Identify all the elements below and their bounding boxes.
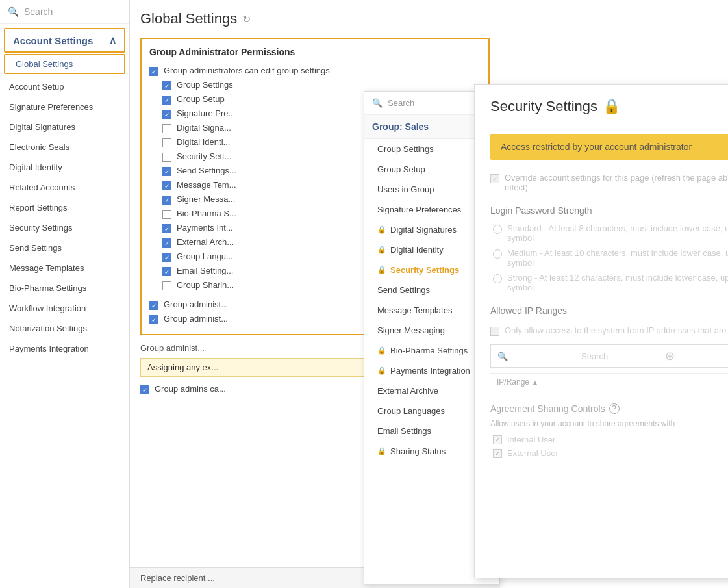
search-icon: 🔍 (497, 352, 576, 361)
can-edit-group-settings-row[interactable]: Group administrators can edit group sett… (149, 64, 481, 78)
group-languages-menu-label: Group Languages (377, 406, 445, 416)
sidebar-item-payments-integration[interactable]: Payments Integration (0, 339, 129, 359)
email-setting-checkbox[interactable] (162, 267, 171, 276)
help-icon[interactable]: ? (609, 403, 620, 414)
sidebar-item-electronic-seals[interactable]: Electronic Seals (0, 137, 129, 157)
security-settings-title: Security Settings 🔒 (490, 98, 728, 123)
access-restricted-banner: Access restricted by your account admini… (490, 134, 728, 160)
external-user-label: External User (507, 448, 559, 458)
group-admin2-checkbox[interactable] (149, 315, 158, 324)
send-settings-checkbox[interactable] (162, 167, 171, 176)
group-sharin-checkbox[interactable] (162, 281, 171, 290)
ip-checkbox-row[interactable]: Only allow access to the system from IP … (490, 324, 728, 338)
sidebar-item-biopharma-settings[interactable]: Bio-Pharma Settings (0, 278, 129, 298)
password-option-standard[interactable]: Standard - At least 8 characters, must i… (490, 224, 728, 243)
sidebar-item-digital-signatures[interactable]: Digital Signatures (0, 117, 129, 137)
group-settings-menu-label: Group Settings (377, 144, 434, 154)
ip-search-placeholder: Search (581, 352, 660, 361)
group-settings-row[interactable]: Group Settings (149, 78, 481, 92)
internal-user-checkbox[interactable] (493, 435, 502, 444)
lock-icon: 🔒 (377, 346, 386, 355)
signature-pre-label: Signature Pre... (177, 109, 235, 118)
password-option-strong[interactable]: Strong - At least 12 characters, must in… (490, 273, 728, 292)
internal-user-label: Internal User (507, 435, 555, 444)
digital-signa-checkbox[interactable] (162, 124, 171, 133)
sharing-section-title: Agreement Sharing Controls ? (490, 403, 728, 414)
ip-section-title: Allowed IP Ranges (490, 305, 728, 316)
message-tem-checkbox[interactable] (162, 181, 171, 190)
group-setup-checkbox[interactable] (162, 96, 171, 105)
sidebar-item-send-settings[interactable]: Send Settings (0, 238, 129, 258)
sidebar-item-account-setup[interactable]: Account Setup (0, 77, 129, 97)
group-admins-ca-checkbox[interactable] (140, 385, 149, 394)
yellow-text: Assigning any ex... (147, 363, 218, 372)
lock-icon: 🔒 (377, 366, 386, 375)
password-medium-label: Medium - At least 10 characters, must in… (507, 248, 728, 268)
refresh-icon[interactable]: ↻ (242, 13, 251, 25)
security-sett-checkbox[interactable] (162, 153, 171, 162)
group-admins-label: Group administ... (140, 343, 205, 353)
sort-asc-icon: ▲ (532, 379, 538, 386)
group-admin1-label: Group administ... (164, 300, 228, 309)
ip-checkbox[interactable] (490, 327, 499, 336)
group-admin1-checkbox[interactable] (149, 301, 158, 310)
send-settings-label: Send Settings... (177, 166, 236, 175)
sidebar-item-report-settings[interactable]: Report Settings (0, 198, 129, 218)
group-langu-label: Group Langu... (177, 251, 233, 261)
group-settings-checkbox[interactable] (162, 81, 171, 90)
global-settings-title: Global Settings ↻ (140, 10, 490, 27)
sidebar-item-security-settings[interactable]: Security Settings (0, 218, 129, 238)
external-user-checkbox[interactable] (493, 449, 502, 458)
radio-standard[interactable] (493, 225, 502, 234)
sharing-external-user-row[interactable]: External User (490, 448, 728, 458)
group-setup-label: Group Setup (177, 94, 225, 104)
radio-medium[interactable] (493, 249, 502, 259)
signature-pre-checkbox[interactable] (162, 110, 171, 119)
lock-icon: 🔒 (603, 98, 620, 115)
add-icon[interactable]: ⊕ (665, 349, 728, 363)
group-settings-label: Group Settings (177, 80, 233, 90)
external-arch-checkbox[interactable] (162, 238, 171, 248)
ip-range-column-label: IP/Range (497, 377, 529, 387)
sidebar-account-settings-label: Account Settings (13, 35, 93, 46)
override-checkbox[interactable] (490, 174, 499, 183)
signer-messa-checkbox[interactable] (162, 196, 171, 205)
password-strong-label: Strong - At least 12 characters, must in… (507, 273, 728, 292)
search-icon: 🔍 (372, 98, 383, 108)
bio-pharma-checkbox[interactable] (162, 210, 171, 219)
sharing-desc: Allow users in your account to share agr… (490, 419, 728, 428)
payments-int-checkbox[interactable] (162, 224, 171, 233)
can-edit-checkbox[interactable] (149, 67, 158, 76)
security-sett-label: Security Sett... (177, 151, 232, 161)
lock-icon: 🔒 (377, 447, 386, 455)
digital-identi-checkbox[interactable] (162, 138, 171, 147)
page-title: Global Settings (140, 10, 237, 27)
password-option-medium[interactable]: Medium - At least 10 characters, must in… (490, 248, 728, 268)
group-setup-menu-label: Group Setup (377, 164, 425, 174)
sidebar-global-settings-label: Global Settings (16, 59, 73, 69)
security-title-text: Security Settings (490, 98, 597, 115)
sidebar-account-settings-header[interactable]: Account Settings ∧ (4, 28, 125, 53)
digital-identity-menu-label: Digital Identity (390, 245, 444, 255)
group-search-placeholder: Search (388, 98, 414, 108)
sidebar-item-related-accounts[interactable]: Related Accounts (0, 177, 129, 198)
group-langu-checkbox[interactable] (162, 253, 171, 262)
sharing-section: Agreement Sharing Controls ? Allow users… (490, 403, 728, 458)
override-row[interactable]: Override account settings for this page … (490, 173, 728, 192)
sidebar-global-settings[interactable]: Global Settings (4, 54, 125, 74)
security-settings-panel: Security Settings 🔒 Access restricted by… (474, 84, 728, 578)
sidebar-item-digital-identity[interactable]: Digital Identity (0, 157, 129, 177)
send-settings-menu-label: Send Settings (377, 285, 430, 295)
sidebar-search-container[interactable]: 🔍 Search (0, 0, 129, 24)
sharing-internal-user-row[interactable]: Internal User (490, 435, 728, 444)
sharing-status-menu-label: Sharing Status (390, 446, 446, 456)
radio-strong[interactable] (493, 274, 502, 283)
sidebar-item-signature-preferences[interactable]: Signature Preferences (0, 97, 129, 117)
chevron-up-icon: ∧ (109, 34, 116, 46)
sidebar-item-message-templates[interactable]: Message Templates (0, 258, 129, 278)
message-templates-menu-label: Message Templates (377, 305, 452, 315)
signer-messaging-menu-label: Signer Messaging (377, 326, 445, 335)
sidebar-item-notarization-settings[interactable]: Notarization Settings (0, 318, 129, 339)
sidebar-item-workflow-integration[interactable]: Workflow Integration (0, 298, 129, 318)
ip-search-bar[interactable]: 🔍 Search ⊕ ≡ (490, 344, 728, 368)
